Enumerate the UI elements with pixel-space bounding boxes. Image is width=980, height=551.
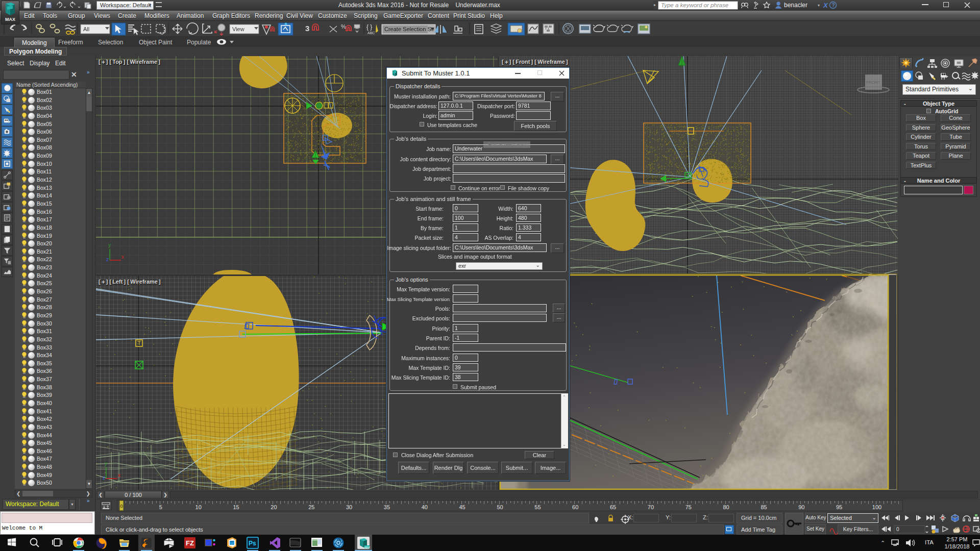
svg-text:All: All [83, 26, 89, 32]
svg-text:MAX: MAX [365, 546, 371, 549]
svg-text:View: View [232, 26, 244, 32]
svg-text:3: 3 [305, 24, 309, 33]
svg-text:▾: ▾ [818, 3, 820, 8]
svg-text:y: y [108, 242, 111, 248]
svg-text:z: z [106, 257, 109, 262]
svg-text:?: ? [832, 3, 835, 8]
svg-text:ABC: ABC [368, 31, 375, 35]
svg-text:X: X [823, 2, 828, 9]
svg-text:%: % [341, 23, 346, 30]
svg-text:0: 0 [896, 527, 899, 532]
svg-text:z: z [103, 475, 105, 481]
svg-text:y: y [105, 461, 107, 466]
svg-text:x: x [118, 472, 120, 478]
svg-text:benacler: benacler [784, 2, 807, 9]
svg-text:x: x [121, 254, 124, 260]
svg-text:FZ: FZ [186, 539, 194, 547]
svg-text:{ }: { } [366, 23, 372, 31]
svg-text:Ps: Ps [249, 540, 256, 547]
svg-text:FRONT: FRONT [866, 80, 880, 85]
svg-text:Create Selection Se: Create Selection Se [384, 26, 434, 32]
